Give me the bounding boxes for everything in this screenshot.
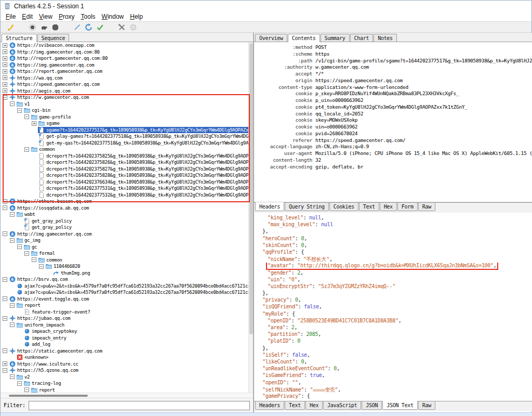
tree-row[interactable]: ajax?c=pu&v=2&t=ibs&k=4579af7a0fc95df7ca…	[1, 283, 253, 290]
menu-file[interactable]: File	[3, 12, 19, 21]
tree-row[interactable]: get-my-qas?t=1644202377518&g_tk=18905893…	[1, 140, 253, 147]
request-tab-headers[interactable]: Headers	[255, 202, 284, 211]
expand-plus-icon[interactable]: +	[3, 56, 7, 61]
tree-row[interactable]: −cgi-bin	[1, 107, 253, 114]
expand-plus-icon[interactable]: +	[3, 49, 7, 54]
collapse-minus-icon[interactable]: −	[10, 303, 15, 308]
collapse-minus-icon[interactable]: −	[10, 374, 15, 379]
structure-tab-structure[interactable]: Structure	[2, 34, 37, 42]
menu-edit[interactable]: Edit	[19, 12, 36, 21]
tree-row[interactable]: feature-trigger-event?	[1, 309, 253, 316]
tree-row[interactable]: get-play-games?t=1644202377518&g_tk=1890…	[1, 133, 253, 140]
tree-row[interactable]: impeach_entry	[1, 335, 253, 342]
menu-window[interactable]: Window	[99, 12, 127, 21]
collapse-minus-icon[interactable]: −	[10, 101, 15, 106]
tree-row[interactable]: ajax?c=pu&v=2&t=ibs&k=4579af7a0fc95df7ca…	[1, 289, 253, 296]
collapse-minus-icon[interactable]: −	[24, 114, 29, 119]
tree-row[interactable]: −http://img.gamecenter.qq.com	[1, 231, 253, 238]
tree-row[interactable]: dcreport?t=1644202377531&g_tk=189058938&…	[1, 185, 253, 192]
settings-button[interactable]	[127, 22, 139, 32]
tree-row[interactable]: −https://w.gamecenter.qq.com	[1, 94, 253, 101]
compose-button[interactable]	[71, 22, 83, 32]
tree-row[interactable]: −https://event.toggle.qq.com	[1, 296, 253, 303]
tree-row[interactable]: add_log	[1, 341, 253, 348]
tree-row[interactable]: −https://h5.qzone.qq.com	[1, 367, 253, 374]
tree-row[interactable]: −wabt	[1, 211, 253, 218]
tree-row[interactable]: dcreport?t=1644202375828&g_tk=189058938&…	[1, 172, 253, 179]
tree-row[interactable]: dcreport?t=1644202375825&g_tk=189058938&…	[1, 153, 253, 160]
contents-tab-contents[interactable]: Contents	[288, 34, 320, 42]
collapse-minus-icon[interactable]: −	[17, 244, 22, 249]
tree-row[interactable]: −report	[1, 302, 253, 309]
tree-row[interactable]: −https://static.gamecenter.qq.com	[1, 348, 253, 355]
expand-plus-icon[interactable]: +	[3, 199, 7, 204]
collapse-minus-icon[interactable]: −	[3, 296, 7, 301]
menu-help[interactable]: Help	[127, 12, 146, 21]
request-tab-cookies[interactable]: Cookies	[329, 203, 358, 211]
validate-button[interactable]	[94, 22, 105, 32]
tree-row[interactable]: +http://report.gamecenter.qq.com:80	[1, 55, 253, 62]
tree-row[interactable]: −v1	[1, 101, 253, 108]
tree-row[interactable]: get_gray_policy	[1, 218, 253, 225]
repeat-button[interactable]	[83, 22, 94, 32]
tree-row[interactable]: +https://wa.qq.com	[1, 75, 253, 82]
collapse-minus-icon[interactable]: −	[3, 348, 7, 353]
tree-row[interactable]: +https://aegis.qq.com	[1, 88, 253, 95]
tree-row[interactable]: −https://bsrv.qq.com	[1, 276, 253, 283]
record-button[interactable]	[26, 22, 38, 32]
tree-row[interactable]: +https://www.iculture.cc	[1, 361, 253, 368]
response-tab-hex[interactable]: Hex	[305, 401, 323, 410]
response-tab-json-text[interactable]: JSON Text	[382, 401, 418, 410]
collapse-minus-icon[interactable]: −	[32, 257, 36, 262]
tree-vertical-scrollbar[interactable]	[248, 42, 253, 393]
collapse-minus-icon[interactable]: −	[3, 368, 7, 373]
tree-row[interactable]: dcreport?t=1644202375827&g_tk=189058938&…	[1, 166, 253, 173]
collapse-minus-icon[interactable]: −	[3, 316, 7, 321]
filter-input[interactable]	[29, 401, 250, 410]
scrollbar-thumb[interactable]	[9, 395, 88, 397]
menu-view[interactable]: View	[36, 12, 56, 21]
contents-tab-overview[interactable]: Overview	[255, 34, 287, 42]
response-tab-text[interactable]: Text	[285, 401, 305, 410]
expand-plus-icon[interactable]: +	[3, 75, 7, 80]
collapse-minus-icon[interactable]: −	[17, 381, 22, 386]
response-tab-json[interactable]: JSON	[362, 401, 382, 410]
contents-tab-notes[interactable]: Notes	[374, 34, 397, 42]
expand-plus-icon[interactable]: +	[3, 62, 7, 67]
tree-horizontal-scrollbar[interactable]	[1, 393, 253, 398]
tree-row[interactable]: +https://img.gamecenter.qq.com	[1, 62, 253, 69]
collapse-minus-icon[interactable]: −	[24, 251, 29, 256]
tree-row[interactable]: −common	[1, 146, 253, 153]
tree-row[interactable]: +https://report.gamecenter.qq.com	[1, 68, 253, 75]
tree-row[interactable]: +https://others.beacon.qq.com	[1, 198, 253, 205]
tree-row[interactable]: dcreport?t=1644202376634&g_tk=189058938&…	[1, 179, 253, 186]
expand-plus-icon[interactable]: +	[3, 88, 7, 93]
expand-plus-icon[interactable]: +	[3, 361, 7, 366]
collapse-minus-icon[interactable]: −	[3, 95, 7, 100]
contents-tab-chart[interactable]: Chart	[350, 34, 374, 42]
expand-plus-icon[interactable]: +	[32, 121, 36, 126]
tree-row[interactable]: −tracing-log	[1, 380, 253, 387]
tree-row[interactable]: impeach_cryptokey	[1, 328, 253, 335]
request-tab-raw[interactable]: Raw	[418, 203, 435, 211]
tree-row[interactable]: −https://jubao.qq.com	[1, 315, 253, 322]
tree-row[interactable]: −v2	[1, 374, 253, 381]
throttle-button[interactable]	[38, 22, 49, 32]
tree-row[interactable]: −game-profile	[1, 114, 253, 121]
collapse-minus-icon[interactable]: −	[17, 108, 22, 113]
request-tab-query-string[interactable]: Query String	[285, 203, 329, 211]
tree-row[interactable]: dcreport?t=1644202377532&g_tk=189058938&…	[1, 192, 253, 199]
request-tab-text[interactable]: Text	[359, 203, 379, 211]
tree-row[interactable]: <unknown>	[1, 354, 253, 361]
tree-row[interactable]: get_gray_policy	[1, 224, 253, 231]
tree-row[interactable]: −https://iosqqdata.ab.qq.com	[1, 205, 253, 212]
response-tab-javascript[interactable]: JavaScript	[323, 401, 361, 410]
clear-session-button[interactable]	[5, 22, 16, 32]
scrollbar-thumb[interactable]	[249, 43, 253, 334]
tree-row[interactable]: thumImg.png	[1, 270, 253, 277]
collapse-minus-icon[interactable]: −	[24, 387, 29, 392]
contents-tab-summary[interactable]: Summary	[321, 34, 350, 42]
tree-row[interactable]: sgame?t=1644202377517&g_tk=189058938&p_t…	[1, 127, 253, 134]
collapse-minus-icon[interactable]: −	[10, 212, 15, 217]
menu-tools[interactable]: Tools	[78, 12, 99, 21]
